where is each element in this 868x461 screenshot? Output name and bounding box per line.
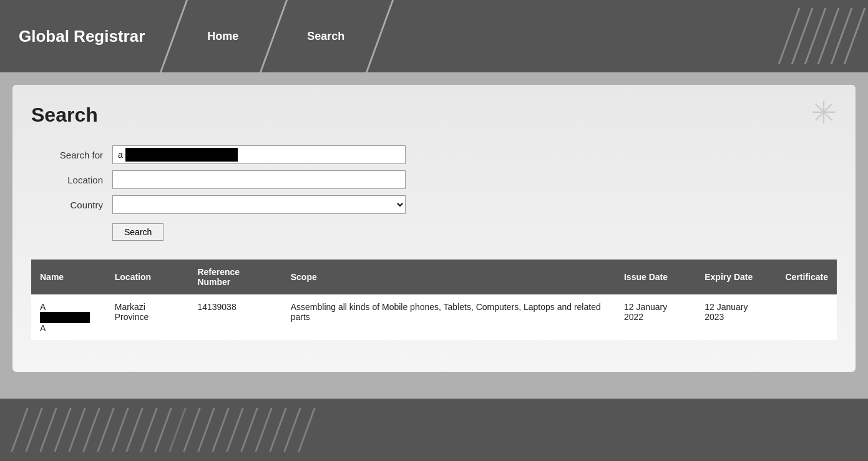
cell-expiry-date: 12 January 2023: [696, 294, 776, 341]
card-decoration-icon: ✳: [811, 97, 837, 129]
footer-deco-9: [125, 408, 143, 452]
location-label: Location: [31, 175, 112, 185]
footer-deco-12: [183, 408, 200, 452]
footer-deco-2: [25, 408, 42, 452]
table-body: A A Markazi Province 14139038 Assembling…: [31, 294, 837, 341]
name-suffix: A: [40, 323, 46, 333]
footer-deco-19: [283, 408, 301, 452]
brand-title: Global Registrar: [0, 0, 163, 72]
deco-lines: [788, 8, 856, 64]
footer-deco-6: [82, 408, 100, 452]
footer-deco-5: [68, 408, 85, 452]
location-row: Location: [31, 170, 837, 189]
cell-reference-number: 14139038: [188, 294, 281, 341]
col-name: Name: [31, 260, 106, 294]
footer-deco-14: [212, 408, 229, 452]
search-for-input-wrapper[interactable]: a: [112, 145, 406, 164]
footer-deco-15: [226, 408, 243, 452]
main-nav: Home Search: [182, 0, 519, 72]
footer-deco-18: [269, 408, 286, 452]
cell-name: A A: [31, 294, 106, 341]
cell-certificate: [776, 294, 837, 341]
country-row: Country: [31, 195, 837, 214]
main-header: Global Registrar Home Search: [0, 0, 868, 72]
header-slash-3: [369, 0, 388, 72]
footer-deco-4: [54, 408, 71, 452]
footer-deco-7: [97, 408, 114, 452]
footer-deco-1: [11, 408, 28, 452]
location-input[interactable]: [112, 170, 406, 189]
deco-line-1: [778, 8, 801, 64]
footer-deco-11: [154, 408, 172, 452]
footer-deco-3: [39, 408, 57, 452]
country-select[interactable]: [112, 195, 406, 214]
deco-line-4: [817, 8, 840, 64]
footer-deco-8: [111, 408, 129, 452]
col-location: Location: [106, 260, 189, 294]
name-prefix: A: [40, 302, 46, 312]
footer-decorations: [0, 408, 326, 452]
cell-issue-date: 12 January 2022: [615, 294, 696, 341]
name-redacted: [40, 312, 90, 323]
col-scope: Scope: [282, 260, 615, 294]
footer-deco-10: [140, 408, 157, 452]
footer-deco-16: [240, 408, 258, 452]
col-issue-date: Issue Date: [615, 260, 696, 294]
main-wrapper: ✳ Search Search for a Location Country: [0, 72, 868, 399]
brand-text: Global Registrar: [19, 27, 145, 46]
footer-deco-13: [197, 408, 215, 452]
col-certificate: Certificate: [776, 260, 837, 294]
search-button-row: Search: [31, 220, 837, 241]
table-row: A A Markazi Province 14139038 Assembling…: [31, 294, 837, 341]
header-slash-1: [163, 0, 182, 72]
results-table: Name Location Reference Number Scope Iss…: [31, 260, 837, 341]
content-card: ✳ Search Search for a Location Country: [12, 85, 856, 372]
country-label: Country: [31, 200, 112, 210]
footer-deco-bright: [168, 408, 186, 452]
search-for-prefix: a: [118, 150, 123, 160]
main-footer: [0, 399, 868, 461]
cell-location: Markazi Province: [106, 294, 189, 341]
deco-line-5: [831, 8, 853, 64]
header-decorations: [519, 0, 868, 72]
col-expiry-date: Expiry Date: [696, 260, 776, 294]
nav-home[interactable]: Home: [182, 0, 263, 72]
cell-scope: Assembling all kinds of Mobile phones, T…: [282, 294, 615, 341]
deco-line-2: [791, 8, 814, 64]
search-form: Search for a Location Country Sea: [31, 145, 837, 241]
table-header: Name Location Reference Number Scope Iss…: [31, 260, 837, 294]
page-title: Search: [31, 104, 837, 127]
search-button[interactable]: Search: [112, 223, 163, 241]
search-for-label: Search for: [31, 150, 112, 160]
search-for-redacted: [125, 148, 238, 162]
table-header-row: Name Location Reference Number Scope Iss…: [31, 260, 837, 294]
deco-line-3: [804, 8, 827, 64]
footer-deco-20: [298, 408, 315, 452]
col-reference-number: Reference Number: [188, 260, 281, 294]
nav-search[interactable]: Search: [282, 0, 369, 72]
deco-line-6: [844, 8, 866, 64]
footer-deco-17: [255, 408, 272, 452]
header-slash-2: [263, 0, 282, 72]
search-for-row: Search for a: [31, 145, 837, 164]
